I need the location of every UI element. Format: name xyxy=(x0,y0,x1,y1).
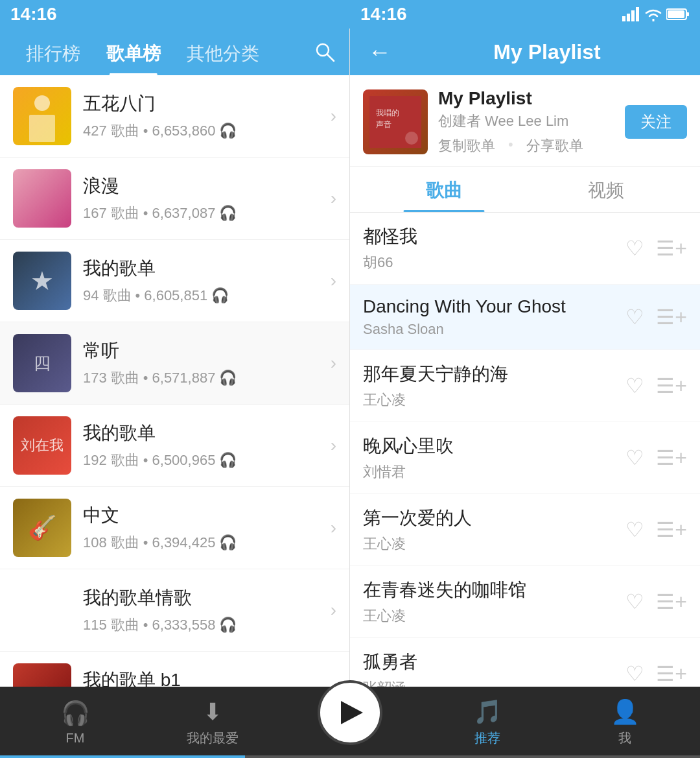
headphone-icon: 🎧 xyxy=(61,700,90,727)
nav-recommend[interactable]: 🎵 推荐 xyxy=(419,698,556,747)
follow-button[interactable]: 关注 xyxy=(625,105,687,139)
song-artist: 胡66 xyxy=(363,253,625,272)
song-info: 晚风心里吹 刘惜君 xyxy=(363,434,625,482)
like-button[interactable]: ♡ xyxy=(625,589,644,614)
list-item[interactable]: 四 常听 173 歌曲 • 6,571,887 🎧 › xyxy=(0,322,349,405)
like-button[interactable]: ♡ xyxy=(625,305,644,329)
song-item[interactable]: Dancing With Your Ghost Sasha Sloan ♡ ☰+ xyxy=(350,285,700,350)
search-button[interactable] xyxy=(313,40,336,75)
nav-fm[interactable]: 🎧 FM xyxy=(6,700,144,746)
like-button[interactable]: ♡ xyxy=(625,445,644,470)
song-item[interactable]: 第一次爱的人 王心凌 ♡ ☰+ xyxy=(350,494,700,566)
playlist-meta: 173 歌曲 • 6,571,887 🎧 xyxy=(83,368,331,388)
playlist-header-creator: 创建者 Wee Lee Lim xyxy=(438,112,614,131)
list-item[interactable]: 🎵 我的歌单 b1 365 歌曲 • 6,320,547 🎧 › xyxy=(0,652,349,687)
nav-tab-ranking[interactable]: 排行榜 xyxy=(13,41,93,75)
song-item[interactable]: 都怪我 胡66 ♡ ☰+ xyxy=(350,213,700,285)
share-playlist-button[interactable]: 分享歌单 xyxy=(526,136,583,156)
playlist-meta: 115 歌曲 • 6,333,558 🎧 xyxy=(83,615,331,635)
add-button[interactable]: ☰+ xyxy=(656,305,687,329)
svg-line-8 xyxy=(327,54,334,61)
playlist-cover: 我唱的 声音 xyxy=(363,89,428,154)
add-button[interactable]: ☰+ xyxy=(656,445,687,470)
chevron-right-icon: › xyxy=(331,270,336,291)
tab-songs[interactable]: 歌曲 xyxy=(363,167,525,212)
list-item[interactable]: 浪漫 167 歌曲 • 6,637,087 🎧 › xyxy=(0,158,349,240)
copy-playlist-button[interactable]: 复制歌单 xyxy=(438,136,495,156)
user-icon: 👤 xyxy=(611,698,640,726)
song-name: Dancing With Your Ghost xyxy=(363,296,625,317)
svg-rect-2 xyxy=(631,10,635,21)
like-button[interactable]: ♡ xyxy=(625,236,644,261)
list-item[interactable]: ★ 我的歌单 94 歌曲 • 6,605,851 🎧 › xyxy=(0,240,349,322)
nav-tab-other[interactable]: 其他分类 xyxy=(174,41,272,75)
like-button[interactable]: ♡ xyxy=(625,373,644,398)
left-panel: 排行榜 歌单榜 其他分类 xyxy=(0,29,350,687)
list-item[interactable]: 我的歌单情歌 115 歌曲 • 6,333,558 🎧 › xyxy=(0,569,349,652)
playlist-name: 浪漫 xyxy=(83,174,331,198)
playlist-info: 常听 173 歌曲 • 6,571,887 🎧 xyxy=(83,338,331,388)
playlist-meta: 427 歌曲 • 6,653,860 🎧 xyxy=(83,121,331,141)
like-button[interactable]: ♡ xyxy=(625,661,644,686)
like-button[interactable]: ♡ xyxy=(625,517,644,542)
tab-video[interactable]: 视频 xyxy=(525,167,687,212)
list-item[interactable]: 五花八门 427 歌曲 • 6,653,860 🎧 › xyxy=(0,75,349,158)
song-actions: ♡ ☰+ xyxy=(625,236,687,261)
nav-me[interactable]: 👤 我 xyxy=(556,698,694,747)
playlist-meta: 167 歌曲 • 6,637,087 🎧 xyxy=(83,204,331,223)
song-artist: 张韶涵 xyxy=(363,678,625,687)
svg-point-16 xyxy=(405,132,418,145)
song-item[interactable]: 在青春迷失的咖啡馆 王心凌 ♡ ☰+ xyxy=(350,566,700,638)
left-nav: 排行榜 歌单榜 其他分类 xyxy=(0,29,349,75)
right-panel-title: My Playlist xyxy=(407,40,687,64)
playlist-info: 中文 108 歌曲 • 6,394,425 🎧 xyxy=(83,503,331,552)
list-item[interactable]: 刘在我 我的歌单 192 歌曲 • 6,500,965 🎧 › xyxy=(0,405,349,487)
add-button[interactable]: ☰+ xyxy=(656,589,687,614)
song-name: 在青春迷失的咖啡馆 xyxy=(363,578,625,602)
add-button[interactable]: ☰+ xyxy=(656,517,687,542)
svg-point-9 xyxy=(34,95,50,111)
song-actions: ♡ ☰+ xyxy=(625,589,687,614)
song-actions: ♡ ☰+ xyxy=(625,373,687,398)
playlist-thumb: 四 xyxy=(13,334,71,392)
add-button[interactable]: ☰+ xyxy=(656,236,687,261)
song-item[interactable]: 那年夏天宁静的海 王心凌 ♡ ☰+ xyxy=(350,350,700,422)
download-icon: ⬇ xyxy=(203,698,222,726)
chevron-right-icon: › xyxy=(331,353,336,373)
nav-favorites[interactable]: ⬇ 我的最爱 xyxy=(144,698,281,747)
playlist-thumb: 🎸 xyxy=(13,499,71,557)
playlist-header-actions: 复制歌单 • 分享歌单 xyxy=(438,136,614,156)
song-name: 那年夏天宁静的海 xyxy=(363,362,625,386)
right-panel-header: ← My Playlist xyxy=(350,29,700,75)
add-button[interactable]: ☰+ xyxy=(656,661,687,686)
main-content: 排行榜 歌单榜 其他分类 xyxy=(0,29,700,687)
playlist-meta: 94 歌曲 • 6,605,851 🎧 xyxy=(83,286,331,305)
chevron-right-icon: › xyxy=(331,517,336,538)
chevron-right-icon: › xyxy=(331,435,336,456)
svg-rect-1 xyxy=(627,14,630,21)
song-name: 晚风心里吹 xyxy=(363,434,625,458)
svg-rect-5 xyxy=(686,12,689,16)
song-item[interactable]: 孤勇者 张韶涵 ♡ ☰+ xyxy=(350,638,700,687)
playlist-name: 我的歌单情歌 xyxy=(83,586,331,610)
song-actions: ♡ ☰+ xyxy=(625,517,687,542)
status-time-left: 14:16 xyxy=(10,4,57,25)
bottom-nav: 🎧 FM ⬇ 我的最爱 🎵 推荐 👤 我 xyxy=(0,687,700,758)
playlist-info: 五花八门 427 歌曲 • 6,653,860 🎧 xyxy=(83,91,331,141)
list-item[interactable]: 🎸 中文 108 歌曲 • 6,394,425 🎧 › xyxy=(0,487,349,569)
playlist-thumb xyxy=(13,87,71,145)
nav-tab-playlist[interactable]: 歌单榜 xyxy=(93,41,174,75)
chevron-right-icon: › xyxy=(331,106,336,126)
playlist-meta: 108 歌曲 • 6,394,425 🎧 xyxy=(83,533,331,552)
song-artist: 王心凌 xyxy=(363,390,625,410)
right-panel: ← My Playlist 我唱的 声音 My Playlist 创建者 Wee… xyxy=(350,29,700,687)
playlist-meta: 192 歌曲 • 6,500,965 🎧 xyxy=(83,451,331,470)
playlist-header-info: 我唱的 声音 My Playlist 创建者 Wee Lee Lim 复制歌单 … xyxy=(350,75,700,167)
song-item[interactable]: 晚风心里吹 刘惜君 ♡ ☰+ xyxy=(350,422,700,494)
song-name: 都怪我 xyxy=(363,224,625,249)
play-button[interactable] xyxy=(318,680,382,745)
back-button[interactable]: ← xyxy=(363,38,397,65)
playlist-name: 五花八门 xyxy=(83,91,331,116)
playlist-info: 我的歌单 b1 365 歌曲 • 6,320,547 🎧 xyxy=(83,668,331,687)
add-button[interactable]: ☰+ xyxy=(656,373,687,398)
